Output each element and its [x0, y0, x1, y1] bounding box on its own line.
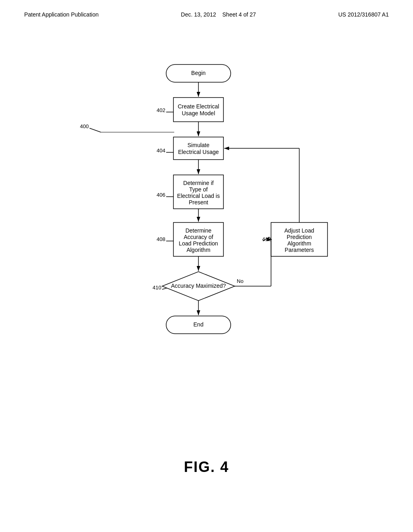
node-406-line3: Electrical Load is [177, 193, 220, 199]
node-406-line4: Present [189, 199, 208, 206]
ref-412: 412 [262, 236, 271, 242]
end-label: End [194, 321, 204, 328]
node-412-line3: Algorithm [287, 240, 311, 247]
begin-label: Begin [191, 70, 206, 76]
node-412-line4: Parameters [285, 247, 314, 253]
header-right: US 2012/316807 A1 [338, 11, 389, 18]
ref-406: 406 [156, 192, 165, 198]
node-408-line2: Accuracy of [184, 234, 213, 240]
flowchart-svg: 400 Begin 402 Create Electrical Usage Mo… [53, 52, 360, 480]
node-408-line3: Load Prediction [179, 240, 218, 247]
fig-label: FIG. 4 [184, 459, 229, 476]
ref-408: 408 [156, 236, 165, 242]
node-404-line1: Simulate [188, 142, 210, 148]
header-left: Patent Application Publication [24, 11, 98, 18]
svg-line-1 [90, 128, 101, 132]
diagram-container: 400 Begin 402 Create Electrical Usage Mo… [0, 52, 413, 500]
node-412-line1: Adjust Load [284, 227, 314, 234]
ref-400: 400 [80, 123, 89, 129]
node-408-line4: Algorithm [186, 247, 210, 253]
node-406-line2: Type of [189, 186, 208, 193]
node-406-line1: Determine if [183, 180, 214, 186]
node-410-label: Accuracy Maximized? [171, 283, 226, 289]
node-412-line2: Prediction [287, 234, 312, 240]
ref-410: 410 [152, 285, 161, 291]
header-center-date: Dec. 13, 2012 Sheet 4 of 27 [181, 11, 256, 18]
node-408-line1: Determine [186, 227, 212, 234]
node-402-line2: Usage Model [182, 110, 215, 116]
page-header: Patent Application Publication Dec. 13, … [0, 0, 413, 18]
sheet-label: Sheet 4 of 27 [222, 11, 256, 18]
node-402-line1: Create Electrical [178, 103, 219, 110]
ref-404: 404 [156, 148, 165, 154]
ref-402: 402 [156, 107, 165, 113]
node-404-line2: Electrical Usage [178, 149, 219, 155]
no-label: No [237, 278, 244, 284]
